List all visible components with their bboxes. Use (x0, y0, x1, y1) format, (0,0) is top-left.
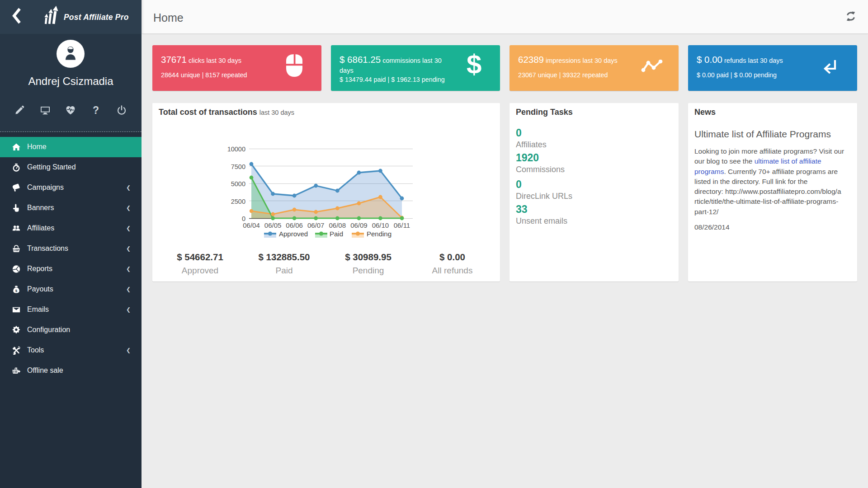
svg-text:$: $ (15, 289, 18, 293)
svg-text:2500: 2500 (231, 198, 245, 205)
svg-text:7500: 7500 (231, 163, 245, 170)
svg-text:5000: 5000 (231, 180, 245, 188)
svg-text:06/08: 06/08 (329, 221, 346, 229)
svg-text:Approved: Approved (279, 230, 308, 238)
svg-text:Paid: Paid (330, 230, 343, 238)
svg-text:06/10: 06/10 (372, 221, 389, 229)
svg-text:10000: 10000 (227, 145, 245, 153)
svg-text:Pending: Pending (367, 230, 392, 238)
svg-text:06/06: 06/06 (286, 221, 303, 229)
svg-text:06/11: 06/11 (394, 221, 410, 229)
svg-text:?: ? (93, 105, 99, 115)
svg-text:06/07: 06/07 (307, 221, 325, 229)
svg-text:06/05: 06/05 (264, 221, 282, 229)
svg-text:06/09: 06/09 (350, 221, 368, 229)
svg-text:06/04: 06/04 (243, 221, 260, 229)
